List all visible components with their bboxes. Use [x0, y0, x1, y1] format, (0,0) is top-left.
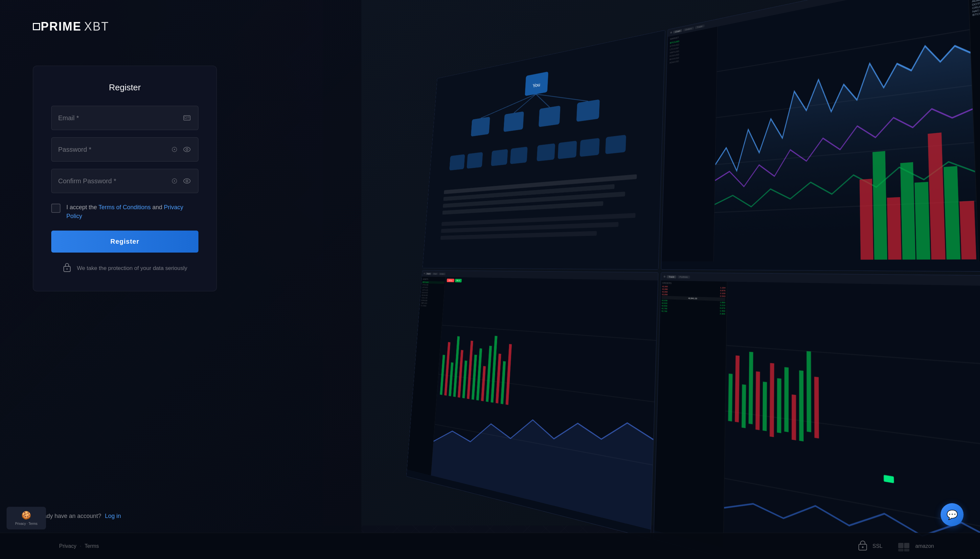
ssl-badge: SSL [856, 540, 882, 553]
svg-rect-5 [576, 99, 599, 122]
password-icons [170, 145, 192, 154]
cookie-icon: 🍪 [22, 511, 31, 520]
svg-rect-81 [898, 543, 904, 548]
logo: PRIME XBT [33, 20, 109, 33]
svg-rect-53 [748, 352, 753, 424]
confirm-password-placeholder: Confirm Password * [58, 177, 116, 185]
monitor-grid: Referral Dashboard You [406, 0, 980, 559]
monitor-bottom-right: Trade Portfolio ORDERS 42,9001.234 42,88… [654, 272, 980, 559]
email-icon [182, 113, 192, 122]
already-account-row: Already have an account? Log in [33, 513, 121, 519]
register-button[interactable]: Register [51, 231, 199, 253]
svg-rect-65 [184, 117, 187, 118]
svg-rect-17 [605, 135, 626, 154]
terms-link-bottom[interactable]: Terms [85, 543, 99, 549]
logo-prime-text: PRIME [41, 20, 81, 33]
terms-label: I accept the Terms of Conditions and Pri… [66, 203, 199, 221]
confirm-password-strength-icon [170, 176, 179, 185]
svg-rect-82 [904, 543, 909, 548]
svg-rect-56 [770, 363, 774, 437]
checkbox-and: and [151, 204, 164, 210]
monitors-area: Referral Dashboard You [323, 0, 980, 526]
svg-rect-63 [884, 475, 894, 483]
lock-icon [63, 262, 72, 275]
amazon-label: amazon [915, 543, 934, 549]
terms-conditions-link[interactable]: Terms of Conditions [99, 204, 151, 210]
confirm-password-input-wrapper[interactable]: Confirm Password * [51, 169, 199, 193]
svg-point-70 [174, 149, 175, 150]
svg-line-29 [442, 325, 656, 341]
svg-rect-10 [449, 154, 465, 170]
confirm-password-form-group: Confirm Password * [51, 169, 199, 193]
cookie-consent[interactable]: 🍪 Privacy · Terms [7, 507, 46, 529]
register-title: Register [51, 83, 199, 93]
svg-rect-44 [496, 354, 502, 404]
svg-rect-15 [558, 141, 577, 159]
svg-rect-51 [735, 356, 740, 422]
email-input-wrapper[interactable]: Email * [51, 106, 199, 130]
confirm-password-icons [170, 176, 192, 185]
svg-point-72 [186, 149, 188, 150]
cookie-text: Privacy · Terms [15, 522, 38, 526]
password-input-wrapper[interactable]: Password * [51, 137, 199, 162]
svg-rect-55 [763, 382, 767, 431]
password-toggle-icon[interactable] [182, 145, 192, 154]
email-input-icons [182, 113, 192, 122]
svg-rect-13 [510, 147, 528, 164]
svg-rect-12 [491, 149, 508, 166]
svg-rect-84 [904, 549, 909, 551]
svg-rect-83 [898, 549, 904, 551]
svg-rect-37 [462, 361, 467, 399]
chat-button[interactable]: 💬 [940, 503, 963, 526]
monitor-bottom-left: Trade Chart Orders ASSETS BTC/USD ETH/US… [406, 270, 658, 539]
svg-rect-60 [799, 370, 804, 442]
svg-rect-24 [440, 231, 597, 240]
svg-point-80 [862, 546, 863, 548]
svg-point-74 [174, 180, 175, 182]
data-protection-row: We take the protection of your data seri… [51, 262, 199, 275]
password-form-group: Password * [51, 137, 199, 162]
privacy-terms: Privacy · Terms [59, 543, 99, 549]
svg-rect-50 [728, 374, 733, 422]
confirm-password-toggle-icon[interactable] [182, 176, 192, 185]
svg-point-78 [66, 268, 68, 270]
chat-icon: 💬 [947, 509, 958, 520]
svg-rect-58 [784, 367, 788, 432]
checkbox-prefix: I accept the [66, 204, 99, 210]
bottom-bar: 🍪 Privacy · Terms Privacy · Terms SSL [0, 533, 980, 559]
monitor-top-left: Referral Dashboard You [422, 30, 665, 270]
svg-rect-46 [506, 344, 512, 405]
monitor-top-right: Chart Orders Trade MARKET BTC/USD ETH/US… [661, 0, 980, 272]
svg-point-75 [184, 179, 190, 183]
svg-rect-52 [742, 384, 746, 428]
svg-point-71 [184, 147, 190, 152]
privacy-link-bottom[interactable]: Privacy [59, 543, 76, 549]
svg-rect-62 [814, 377, 819, 438]
password-strength-icon [170, 145, 179, 154]
logo-area: PRIME XBT [33, 20, 109, 33]
svg-rect-42 [486, 346, 492, 402]
trust-badges: SSL amazon [856, 540, 934, 553]
svg-rect-36 [458, 350, 463, 397]
svg-rect-61 [806, 351, 811, 432]
amazon-badge: amazon [896, 540, 934, 553]
svg-rect-16 [579, 138, 599, 157]
svg-line-47 [727, 346, 980, 371]
password-placeholder: Password * [58, 146, 91, 154]
terms-checkbox-row: I accept the Terms of Conditions and Pri… [51, 203, 199, 221]
login-link[interactable]: Log in [105, 513, 121, 519]
svg-rect-14 [537, 143, 555, 161]
logo-xbt-text: XBT [84, 20, 109, 33]
svg-rect-64 [184, 116, 190, 120]
svg-rect-3 [504, 111, 524, 132]
email-placeholder: Email * [58, 114, 79, 122]
data-protection-text: We take the protection of your data seri… [77, 265, 187, 271]
svg-rect-34 [449, 362, 454, 396]
terms-checkbox[interactable] [51, 203, 60, 213]
svg-rect-4 [538, 106, 561, 127]
register-card: Register Email * Password [33, 66, 217, 291]
email-form-group: Email * [51, 106, 199, 130]
svg-point-76 [186, 180, 188, 182]
svg-rect-57 [777, 378, 781, 433]
svg-rect-2 [471, 117, 490, 136]
